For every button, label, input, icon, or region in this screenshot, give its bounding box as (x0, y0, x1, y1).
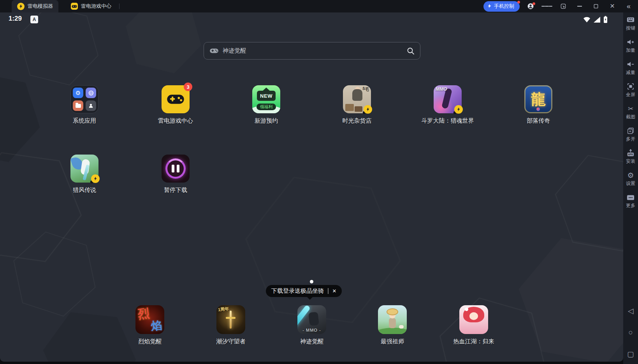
flower-decor (465, 308, 468, 311)
keyboard-icon (626, 16, 635, 24)
grass-decor (378, 328, 407, 334)
tab-separator (119, 4, 120, 9)
menu-button[interactable] (541, 2, 552, 11)
paused-download-icon (162, 155, 190, 183)
character-decor (308, 312, 319, 326)
fullscreen-icon (626, 82, 635, 91)
box-decor (355, 106, 362, 112)
phone-control-label: 手机控制 (494, 3, 514, 10)
toolbar-volume-down-button[interactable]: 减量 (626, 60, 635, 76)
pause-icon (177, 165, 179, 172)
app-system-folder[interactable]: ⚙ 系统应用 (53, 85, 116, 125)
app-game-center[interactable]: 3 雷电游戏中心 (144, 85, 207, 125)
straw-hat-decor (387, 308, 398, 315)
toolbar-install-apk-button[interactable]: APK 安装 (626, 149, 635, 165)
update-count-badge: 3 (184, 83, 192, 91)
toolbar-multi-instance-button[interactable]: 多开 (626, 127, 635, 142)
page-indicator-dot (310, 280, 313, 283)
nav-back-button[interactable]: ◁ (628, 306, 634, 315)
collapse-toolbar-button[interactable]: « (623, 2, 634, 11)
app-douluo[interactable]: MMO 斗罗大陆：猎魂世界 (417, 85, 479, 125)
app-tide-watcher[interactable]: 1周年 潮汐守望者 (200, 305, 262, 345)
tooltip-close-icon[interactable]: ✕ (332, 288, 337, 294)
maximize-button[interactable] (591, 2, 601, 11)
browser-mini-icon (86, 88, 96, 98)
orb-decor (536, 107, 540, 111)
app-label: 热血江湖：归来 (453, 338, 494, 345)
app-paused-download[interactable]: 暂停下载 (144, 155, 207, 194)
android-home-screen: 1:29 A 神迹觉醒 ⚙ 系统应用 (0, 12, 623, 362)
account-button[interactable] (525, 2, 536, 11)
nav-recents-button[interactable]: ▢ (627, 350, 634, 359)
nav-home-button[interactable]: ○ (628, 328, 633, 337)
tide-watcher-app-icon: 1周年 (216, 305, 245, 334)
app-tribal-legend[interactable]: 龍 部落传奇 (507, 85, 569, 125)
apk-install-icon: APK (626, 149, 635, 157)
more-icon (626, 193, 635, 202)
notification-dot (517, 1, 520, 4)
mmo-tag: - MMO - (297, 328, 326, 332)
toolbar-keymapping-button[interactable]: 按键 (626, 16, 635, 32)
tab-emulator[interactable]: 雷电模拟器 (12, 0, 58, 12)
battery-charging-icon (603, 16, 608, 23)
app-hunting-wind[interactable]: 猎风传说 (53, 155, 116, 194)
app-strongest-master[interactable]: 最强祖师 (361, 305, 424, 345)
search-query-text: 神迹觉醒 (223, 47, 407, 55)
sword-decor (226, 317, 236, 319)
app-miracle-awakening[interactable]: - MMO - 神迹觉醒 (281, 305, 343, 345)
promo-text: 下载登录送极品坐骑 (271, 287, 324, 295)
tab-game-center[interactable]: 雷电游戏中心 (65, 0, 117, 12)
calligraphy-char: 焰 (151, 318, 163, 334)
app-grocery[interactable]: 5毛 时光杂货店 (326, 85, 388, 125)
system-apps-folder-icon: ⚙ (70, 85, 98, 113)
douluo-app-icon: MMO (434, 85, 462, 113)
toolbar-screenshot-button[interactable]: ✂ 截图 (626, 104, 635, 120)
jianghu-return-app-icon (459, 305, 488, 334)
tab-emulator-label: 雷电模拟器 (28, 3, 53, 10)
boss-key-icon (560, 3, 566, 9)
box-decor (345, 104, 354, 111)
app-flame-awakening[interactable]: 烈 焰 烈焰觉醒 (119, 305, 181, 345)
app-jianghu-return[interactable]: 热血江湖：归来 (443, 305, 505, 345)
toolbar-label: 减量 (626, 69, 635, 76)
character-decor (352, 89, 362, 101)
toolbar-label: 设置 (626, 180, 635, 187)
sword-decor (230, 311, 232, 329)
game-search-bar[interactable]: 神迹觉醒 (204, 42, 420, 60)
toolbar-volume-up-button[interactable]: 加量 (626, 38, 635, 54)
tooltip-divider (328, 288, 329, 294)
search-icon[interactable] (407, 47, 415, 55)
minimize-button[interactable] (574, 2, 585, 11)
tooltip-arrow (307, 297, 313, 300)
app-label: 斗罗大陆：猎魂世界 (422, 117, 474, 125)
toolbar-label: 更多 (626, 202, 635, 209)
price-note: 5毛 (362, 86, 369, 92)
phone-control-button[interactable]: 手机控制 (483, 1, 520, 12)
apk-text: APK (628, 153, 633, 156)
tab-game-center-label: 雷电游戏中心 (81, 3, 111, 10)
minimize-icon (577, 6, 582, 7)
app-label: 系统应用 (73, 117, 96, 125)
scissors-icon: ✂ (626, 104, 635, 113)
mmo-tag: MMO (436, 86, 447, 92)
app-new-games[interactable]: NEW 领福利 新游预约 (235, 85, 297, 125)
toolbar-more-button[interactable]: 更多 (626, 193, 635, 209)
close-button[interactable]: ✕ (607, 2, 618, 11)
benefit-band: 领福利 (257, 104, 276, 110)
hunting-wind-app-icon (70, 155, 98, 183)
android-status-bar: 1:29 A (0, 14, 623, 26)
gamepad-icon (166, 93, 185, 105)
toolbar-settings-button[interactable]: ⚙ 设置 (626, 171, 635, 187)
toolbar-fullscreen-button[interactable]: 全屏 (626, 82, 635, 98)
ldstore-badge-icon (90, 174, 100, 184)
new-sign: NEW (257, 91, 276, 101)
dragon-glyph: 龍 (531, 90, 546, 109)
toolbar-label: 多开 (626, 136, 635, 142)
app-label: 烈焰觉醒 (138, 338, 162, 345)
status-clock: 1:29 (9, 15, 22, 23)
boss-key-button[interactable] (558, 2, 569, 11)
ldstore-badge-icon (453, 105, 463, 114)
game-center-icon (71, 3, 78, 10)
files-mini-icon (73, 100, 83, 111)
settings-mini-icon: ⚙ (73, 88, 83, 98)
